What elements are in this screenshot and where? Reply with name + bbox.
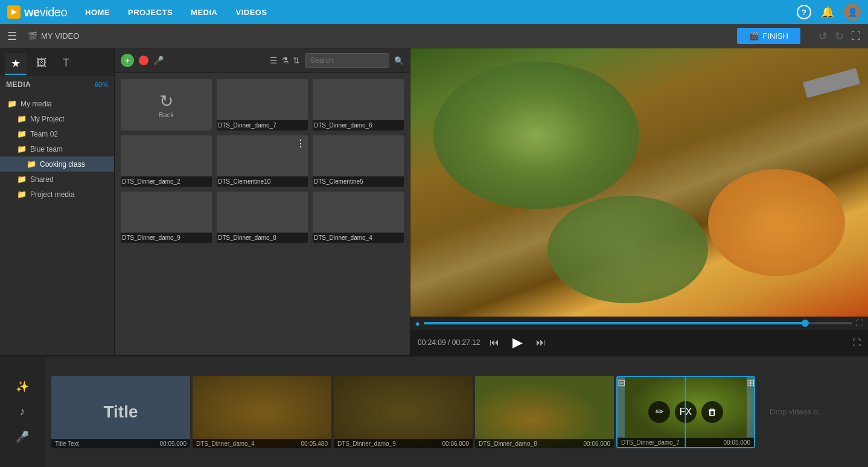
project-name: MY VIDEO — [41, 31, 79, 40]
item-menu-icon[interactable]: ⋮ — [296, 138, 305, 149]
skip-forward-button[interactable]: ⏭ — [532, 336, 549, 349]
media-item-dinner2[interactable]: DTS_Dinner_damo_2 — [121, 135, 212, 187]
clip-thumb — [334, 376, 473, 448]
timeline-clip-dinner7-active[interactable]: 🛡 00:24:09 ✕ ✏ FX 🗑 ⊟ ⊞ DTS_Dinne — [616, 376, 755, 448]
timeline-clip-dinner4[interactable]: DTS_Dinner_damo_4 00:05.480 — [193, 376, 331, 448]
nav-media[interactable]: MEDIA — [191, 8, 217, 17]
search-icon[interactable]: 🔍 — [394, 56, 404, 65]
tab-text[interactable]: T — [57, 53, 75, 75]
media-header-title: MEDIA — [6, 80, 91, 89]
fullscreen-button[interactable]: ⛶ — [852, 338, 861, 347]
redo-icon[interactable]: ↻ — [835, 30, 844, 43]
media-zoom-level[interactable]: 60% — [95, 81, 108, 88]
list-view-icon[interactable]: ☰ — [270, 56, 278, 65]
progress-marker: ◆ — [415, 320, 420, 327]
tree-item-blueteam[interactable]: 📁 Blue team — [0, 141, 114, 156]
tab-favorites[interactable]: ★ — [5, 53, 27, 75]
folder-icon: 📁 — [7, 99, 17, 108]
media-item-label: DTS_Dinner_damo_4 — [313, 233, 404, 243]
media-item-dinner4[interactable]: DTS_Dinner_damo_4 — [313, 192, 404, 243]
undo-icon[interactable]: ↺ — [819, 30, 828, 43]
progress-fill — [424, 322, 805, 324]
playhead: 🛡 00:24:09 ✕ — [663, 376, 709, 448]
nav-projects[interactable]: PROJECTS — [128, 8, 173, 17]
media-item-dinner9[interactable]: DTS_Dinner_damo_9 — [121, 192, 212, 243]
left-tabs: ★ 🖼 T — [0, 48, 114, 76]
record-button[interactable] — [139, 56, 148, 65]
time-display: 00:24:09 / 00:27:12 — [418, 338, 480, 347]
folder-icon: 📁 — [17, 190, 27, 199]
food-element-orange — [708, 169, 845, 277]
progress-indicator — [802, 320, 809, 327]
timeline-clips: Title Title Text 00:05.000 DTS_Dinner_da… — [45, 356, 868, 467]
tree-item-shared[interactable]: 📁 Shared — [0, 172, 114, 187]
sort-icon[interactable]: ⇅ — [293, 56, 300, 65]
user-avatar[interactable]: 👤 — [844, 4, 861, 21]
clip-resize-right[interactable]: ⊞ — [747, 377, 754, 437]
media-item-dinner7[interactable]: DTS_Dinner_damo_7 — [217, 79, 308, 130]
tab-media-gallery[interactable]: 🖼 — [30, 53, 53, 75]
media-item-label: DTS_Clementine10 — [217, 176, 308, 187]
logo-text: wevideo — [24, 5, 67, 19]
back-label: Back — [159, 111, 173, 118]
magic-tool-icon[interactable]: ✨ — [16, 380, 29, 393]
media-item-dinner6[interactable]: DTS_Dinner_damo_6 — [313, 79, 404, 130]
toolbar-actions: ↺ ↻ ⛶ — [819, 30, 861, 43]
tree-item-cookingclass[interactable]: 📁 Cooking class — [0, 156, 114, 172]
fullscreen-icon[interactable]: ⛶ — [851, 31, 861, 42]
top-navigation: wevideo HOME PROJECTS MEDIA VIDEOS ? 🔔 👤 — [0, 0, 868, 24]
project-title-area: 🎬 MY VIDEO — [28, 31, 79, 40]
skip-back-button[interactable]: ⏮ — [486, 336, 503, 349]
timeline-clip-dinner9[interactable]: DTS_Dinner_damo_9 00:06.000 — [334, 376, 473, 448]
video-progress-area: ◆ ⛶ — [410, 317, 868, 330]
timeline-clip-title[interactable]: Title Title Text 00:05.000 — [51, 376, 190, 448]
microphone-icon[interactable]: 🎤 — [153, 56, 164, 65]
nav-right-actions: ? 🔔 👤 — [797, 4, 861, 21]
media-item-label: DTS_Clementine5 — [313, 176, 404, 187]
tree-item-projectmedia[interactable]: 📁 Project media — [0, 187, 114, 202]
media-item-label: DTS_Dinner_damo_2 — [121, 176, 212, 187]
playhead-line — [685, 376, 686, 448]
tree-item-team02[interactable]: 📁 Team 02 — [0, 126, 114, 141]
knife-element — [803, 68, 860, 98]
play-button[interactable]: ▶ — [509, 333, 526, 352]
media-item-clementine10[interactable]: DTS_Clementine10 ⋮ — [217, 135, 308, 187]
mic-tool-icon[interactable]: 🎤 — [16, 430, 29, 443]
clip-thumb: Title — [103, 376, 138, 448]
menu-icon[interactable]: ☰ — [7, 30, 17, 43]
expand-icon[interactable]: ⛶ — [856, 319, 863, 327]
timeline-clip-dinner8[interactable]: DTS_Dinner_damo_8 00:06.000 — [475, 376, 614, 448]
clip-thumb — [193, 376, 331, 448]
food-element — [433, 62, 639, 209]
nav-videos[interactable]: VIDEOS — [235, 8, 267, 17]
drop-zone: Drop videos o... — [758, 407, 837, 416]
app-logo: wevideo — [7, 5, 67, 19]
media-grid-area: ↻ Back DTS_Dinner_damo_7 DTS_Dinner_damo… — [115, 73, 410, 355]
nav-home[interactable]: HOME — [85, 8, 110, 17]
media-item-dinner8[interactable]: DTS_Dinner_damo_8 — [217, 192, 308, 243]
view-options: ☰ ⚗ ⇅ — [270, 56, 300, 65]
editor-toolbar: ☰ 🎬 MY VIDEO 🎬 FINISH ↺ ↻ ⛶ — [0, 24, 868, 48]
logo-icon — [7, 5, 21, 19]
timeline-area: Title Title Text 00:05.000 DTS_Dinner_da… — [45, 356, 868, 467]
music-tool-icon[interactable]: ♪ — [20, 405, 25, 418]
finish-button[interactable]: 🎬 FINISH — [737, 28, 800, 44]
back-button[interactable]: ↻ Back — [121, 79, 212, 130]
svg-marker-0 — [11, 9, 17, 15]
preview-area — [410, 48, 868, 317]
media-item-label: DTS_Dinner_damo_8 — [217, 233, 308, 243]
media-item-clementine5[interactable]: DTS_Clementine5 — [313, 135, 404, 187]
folder-icon: 📁 — [17, 144, 27, 153]
media-item-label: DTS_Dinner_damo_9 — [121, 233, 212, 243]
clip-resize-left[interactable]: ⊟ — [617, 377, 625, 437]
help-icon[interactable]: ? — [797, 5, 811, 19]
clip-label: DTS_Dinner_damo_8 00:06.000 — [475, 439, 614, 448]
tree-item-myproject[interactable]: 📁 My Project — [0, 111, 114, 126]
clip-label: Title Text 00:05.000 — [51, 439, 190, 448]
tree-item-mymedia[interactable]: 📁 My media — [0, 96, 114, 111]
progress-bar[interactable] — [424, 322, 852, 324]
upload-button[interactable]: + — [121, 54, 134, 67]
search-input[interactable] — [305, 53, 389, 68]
notifications-icon[interactable]: 🔔 — [821, 5, 834, 19]
filter-icon[interactable]: ⚗ — [281, 56, 289, 65]
